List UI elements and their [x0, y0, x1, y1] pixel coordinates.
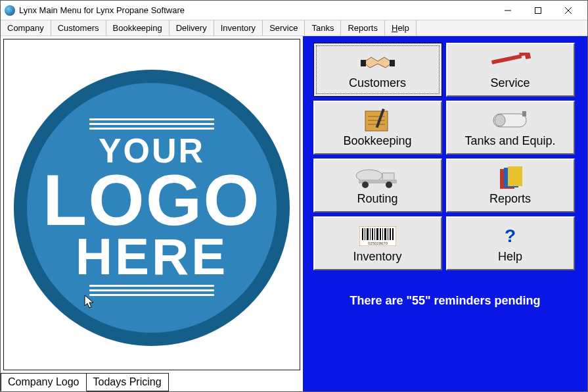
- bookkeeping-button[interactable]: Bookkeeping: [313, 101, 442, 155]
- reminders-count: 55: [412, 294, 425, 307]
- svg-rect-24: [362, 228, 363, 240]
- tab-company-logo[interactable]: Company Logo: [1, 373, 87, 391]
- company-logo-frame: YOUR LOGO HERE: [3, 39, 300, 370]
- svg-point-13: [495, 114, 505, 126]
- tanks-button-label: Tanks and Equip.: [464, 134, 555, 148]
- svg-rect-27: [370, 228, 371, 240]
- minimize-button[interactable]: [493, 1, 523, 20]
- svg-rect-5: [390, 60, 395, 66]
- svg-rect-1: [535, 7, 541, 13]
- main-window: Lynx Main Menu for Lynx Propane Software…: [0, 0, 588, 392]
- menu-customers[interactable]: Customers: [51, 20, 106, 36]
- tanks-button[interactable]: Tanks and Equip.: [446, 101, 575, 155]
- menu-delivery[interactable]: Delivery: [170, 20, 214, 36]
- window-controls: [493, 1, 583, 20]
- svg-rect-6: [491, 54, 522, 64]
- menu-bookkeeping[interactable]: Bookkeeping: [106, 20, 170, 36]
- svg-rect-32: [382, 228, 383, 240]
- svg-rect-22: [508, 166, 522, 186]
- bookkeeping-button-label: Bookkeeping: [343, 134, 411, 148]
- svg-rect-4: [361, 60, 366, 66]
- reminders-suffix: " reminders pending: [425, 294, 541, 307]
- help-button-label: Help: [498, 250, 522, 264]
- logo-placeholder-icon: YOUR LOGO HERE: [14, 70, 290, 346]
- svg-rect-31: [380, 228, 381, 240]
- pipe-wrench-icon: [487, 50, 533, 75]
- logo-text-logo: LOGO: [43, 167, 261, 232]
- svg-rect-34: [388, 228, 388, 240]
- service-button-label: Service: [490, 76, 530, 90]
- service-button[interactable]: Service: [446, 43, 575, 97]
- svg-rect-29: [374, 228, 375, 240]
- menu-company[interactable]: Company: [1, 20, 51, 36]
- handshake-icon: [359, 50, 396, 75]
- inventory-button-label: Inventory: [353, 250, 401, 264]
- quick-buttons-grid: Customers Service: [313, 43, 577, 270]
- svg-rect-25: [365, 228, 365, 240]
- barcode-icon: 025028670: [359, 224, 396, 249]
- title-bar: Lynx Main Menu for Lynx Propane Software: [1, 1, 587, 20]
- customers-button[interactable]: Customers: [313, 43, 442, 97]
- svg-point-18: [362, 182, 369, 188]
- svg-rect-33: [384, 228, 386, 240]
- menu-service[interactable]: Service: [263, 20, 305, 36]
- inventory-button[interactable]: 025028670 Inventory: [313, 216, 442, 270]
- menu-reports[interactable]: Reports: [341, 20, 385, 36]
- reports-button-label: Reports: [489, 192, 531, 206]
- svg-rect-28: [372, 228, 373, 240]
- ledger-pen-icon: [363, 108, 393, 133]
- menu-inventory[interactable]: Inventory: [214, 20, 263, 36]
- app-icon: [5, 5, 15, 16]
- svg-point-19: [386, 182, 392, 188]
- reminders-status: There are "55" reminders pending: [309, 294, 581, 308]
- left-panel: YOUR LOGO HERE Company Logo Todays Prici…: [1, 36, 303, 391]
- routing-button[interactable]: Routing: [313, 159, 442, 212]
- svg-rect-36: [392, 228, 394, 240]
- left-tabs: Company Logo Todays Pricing: [1, 372, 168, 391]
- help-question-icon: ?: [505, 224, 516, 249]
- close-button[interactable]: [553, 1, 583, 20]
- customers-button-label: Customers: [349, 76, 406, 90]
- reminders-prefix: There are ": [350, 294, 412, 307]
- logo-text-here: HERE: [76, 232, 229, 281]
- svg-rect-30: [376, 228, 378, 240]
- routing-button-label: Routing: [357, 192, 397, 206]
- reports-folder-icon: [497, 166, 524, 191]
- help-button[interactable]: ? Help: [446, 216, 575, 270]
- content-area: YOUR LOGO HERE Company Logo Todays Prici…: [1, 36, 587, 391]
- svg-rect-14: [522, 111, 526, 116]
- delivery-truck-icon: [355, 166, 401, 191]
- menu-bar: Company Customers Bookkeeping Delivery I…: [1, 20, 587, 36]
- menu-tanks[interactable]: Tanks: [305, 20, 341, 36]
- menu-help[interactable]: Help: [385, 20, 417, 36]
- svg-rect-35: [390, 228, 391, 240]
- right-panel: Customers Service: [303, 36, 587, 391]
- propane-tank-icon: [491, 108, 530, 133]
- svg-text:025028670: 025028670: [367, 241, 388, 245]
- tab-todays-pricing[interactable]: Todays Pricing: [86, 373, 169, 391]
- reports-button[interactable]: Reports: [446, 159, 575, 212]
- svg-rect-7: [365, 111, 388, 131]
- svg-rect-26: [367, 228, 369, 240]
- window-title: Lynx Main Menu for Lynx Propane Software: [19, 5, 185, 15]
- maximize-button[interactable]: [523, 1, 553, 20]
